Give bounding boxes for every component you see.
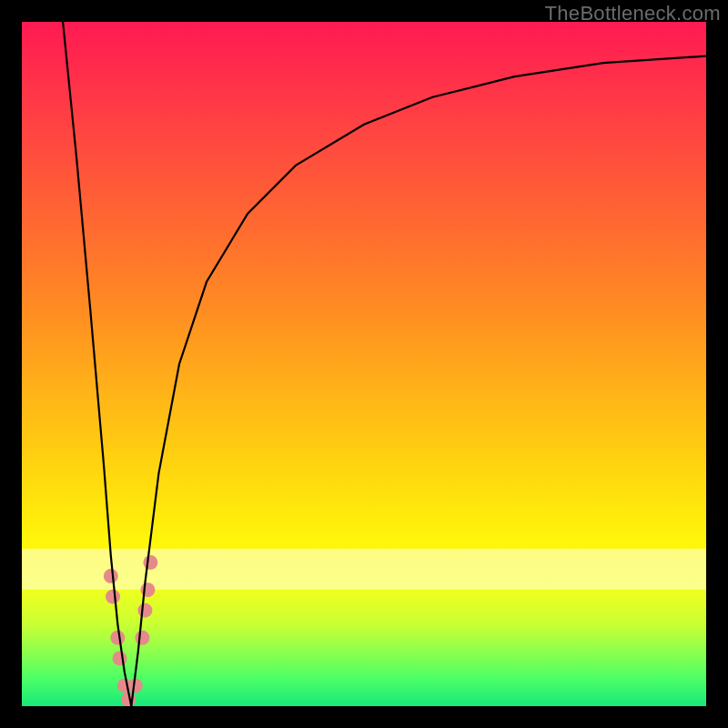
highlight-dot: [106, 590, 120, 604]
highlight-dot: [104, 569, 118, 583]
highlight-dot: [137, 603, 152, 618]
highlight-dots-group: [104, 555, 158, 706]
watermark-text: TheBottleneck.com: [545, 2, 721, 25]
chart-frame: TheBottleneck.com: [0, 0, 728, 728]
highlight-dot: [110, 631, 125, 645]
plot-area: [22, 22, 706, 706]
left-branch-path: [63, 22, 131, 706]
highlight-dot: [140, 582, 155, 597]
right-branch-path: [131, 56, 706, 706]
highlight-dot: [113, 651, 127, 665]
highlight-dot: [135, 631, 149, 645]
curve-layer: [22, 22, 706, 706]
highlight-dot: [143, 555, 157, 570]
